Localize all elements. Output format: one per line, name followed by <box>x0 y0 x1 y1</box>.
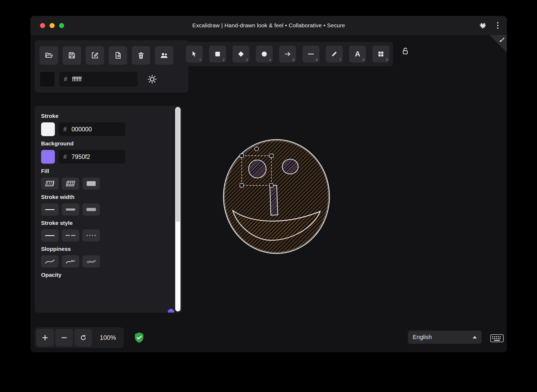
opacity-slider-thumb[interactable] <box>168 309 174 313</box>
save-as-pen-icon <box>91 51 99 59</box>
canvas-background-hex-input[interactable]: # ffffff <box>59 72 138 87</box>
browser-menu-kebab-icon[interactable] <box>497 21 499 29</box>
solid-stroke-icon <box>45 235 55 236</box>
reset-zoom-icon <box>80 334 87 341</box>
hachure-icon <box>45 180 55 187</box>
dashed-stroke-icon <box>65 235 76 236</box>
panel-scrollbar-thumb[interactable] <box>176 108 180 222</box>
sloppiness-cartoonist-button[interactable] <box>82 255 100 268</box>
keyboard-shortcuts-button[interactable] <box>488 333 505 343</box>
maximize-window-button[interactable] <box>59 23 64 28</box>
arrow-icon <box>284 51 291 57</box>
stroke-width-bold-button[interactable] <box>62 203 79 216</box>
theme-toggle-button[interactable] <box>146 74 159 84</box>
dotted-stroke-icon <box>86 235 96 236</box>
text-tool-glyph: A <box>355 50 360 58</box>
hash-prefix: # <box>63 153 67 161</box>
stroke-width-extrabold-button[interactable] <box>82 203 100 216</box>
stroke-width-label: Stroke width <box>41 194 167 200</box>
extension-puzzle-icon[interactable] <box>478 22 486 29</box>
save-as-button[interactable] <box>86 46 104 65</box>
stroke-hex-input[interactable]: # 000000 <box>59 122 125 136</box>
keyboard-icon <box>490 333 504 343</box>
zoom-out-button[interactable] <box>55 329 73 346</box>
collaborators-icon <box>160 51 168 59</box>
language-select[interactable]: English <box>408 331 482 344</box>
stroke-color-swatch[interactable] <box>41 122 55 136</box>
solid-fill-icon <box>86 180 96 187</box>
plus-icon <box>42 334 49 341</box>
tool-draw[interactable]: 7 <box>326 46 343 63</box>
encryption-shield-icon[interactable] <box>134 332 144 343</box>
minimize-window-button[interactable] <box>50 23 55 28</box>
tool-line[interactable]: 6 <box>302 46 319 63</box>
brush-icon <box>498 37 505 43</box>
keep-tool-active-lock[interactable] <box>399 47 411 56</box>
fill-solid-button[interactable] <box>82 177 100 190</box>
chevron-up-icon <box>473 336 477 338</box>
trash-icon <box>137 51 145 59</box>
rectangle-icon <box>214 51 221 57</box>
shapes-grid-icon <box>377 51 384 57</box>
properties-panel: Stroke # 000000 Background # 7950f2 <box>35 106 182 313</box>
stroke-style-dashed-button[interactable] <box>62 229 79 242</box>
zoom-controls: 100% <box>35 327 124 348</box>
canvas-background-swatch[interactable] <box>39 72 55 87</box>
zoom-in-button[interactable] <box>36 329 54 346</box>
canvas-background-hex-value: ffffff <box>72 76 82 83</box>
tool-ellipse[interactable]: 4 <box>256 46 273 63</box>
export-file-icon <box>114 51 122 59</box>
stroke-width-thin-button[interactable] <box>41 203 59 216</box>
tool-diamond[interactable]: 3 <box>232 46 249 63</box>
tool-rectangle[interactable]: 2 <box>209 46 226 63</box>
hash-prefix: # <box>63 126 67 133</box>
bold-line-icon <box>66 208 75 211</box>
titlebar: Excalidraw | Hand-drawn look & feel • Co… <box>30 16 507 35</box>
diamond-icon <box>237 51 244 57</box>
pencil-icon <box>331 51 338 57</box>
app-window: Excalidraw | Hand-drawn look & feel • Co… <box>30 16 507 352</box>
background-hex-value: 7950f2 <box>72 153 90 161</box>
stroke-style-dotted-button[interactable] <box>82 229 100 242</box>
close-window-button[interactable] <box>40 23 45 28</box>
background-hex-input[interactable]: # 7950f2 <box>59 150 125 164</box>
open-file-button[interactable] <box>39 46 58 65</box>
tool-arrow[interactable]: 5 <box>279 46 296 63</box>
shape-toolbar: 1 2 3 4 5 6 7 <box>182 42 393 66</box>
tool-text[interactable]: A 8 <box>349 46 366 63</box>
save-button[interactable] <box>63 46 81 65</box>
clear-canvas-button[interactable] <box>132 46 150 65</box>
line-icon <box>307 51 315 57</box>
architect-squiggle-icon <box>45 258 55 265</box>
tool-shapes[interactable]: 9 <box>372 46 389 63</box>
background-color-swatch[interactable] <box>41 150 55 164</box>
traffic-lights <box>40 16 64 35</box>
open-folder-icon <box>45 51 53 59</box>
panel-scrollbar[interactable] <box>175 107 181 311</box>
export-button[interactable] <box>109 46 127 65</box>
sloppiness-architect-button[interactable] <box>41 255 59 268</box>
cursor-icon <box>191 51 198 57</box>
ellipse-icon <box>261 51 268 57</box>
fill-hachure-button[interactable] <box>41 177 59 190</box>
stroke-style-solid-button[interactable] <box>41 229 59 242</box>
stroke-style-label: Stroke style <box>41 220 167 226</box>
sloppiness-artist-button[interactable] <box>62 255 79 268</box>
tool-selection[interactable]: 1 <box>186 46 203 63</box>
sun-icon <box>147 74 157 84</box>
artist-squiggle-icon <box>65 258 76 265</box>
extrabold-line-icon <box>86 208 96 211</box>
zoom-level[interactable]: 100% <box>94 334 122 341</box>
file-toolbar: # ffffff <box>35 40 188 93</box>
save-floppy-icon <box>68 51 76 59</box>
background-label: Background <box>41 140 167 147</box>
fill-crosshatch-button[interactable] <box>62 177 79 190</box>
stroke-label: Stroke <box>41 113 167 119</box>
fill-label: Fill <box>41 168 167 174</box>
zoom-reset-button[interactable] <box>74 329 92 346</box>
collaborate-button[interactable] <box>155 46 173 65</box>
crosshatch-icon <box>65 180 76 187</box>
stroke-hex-value: 000000 <box>72 126 92 133</box>
sloppiness-label: Sloppiness <box>41 246 167 252</box>
app-content: # ffffff Stroke # 000000 <box>30 35 507 352</box>
